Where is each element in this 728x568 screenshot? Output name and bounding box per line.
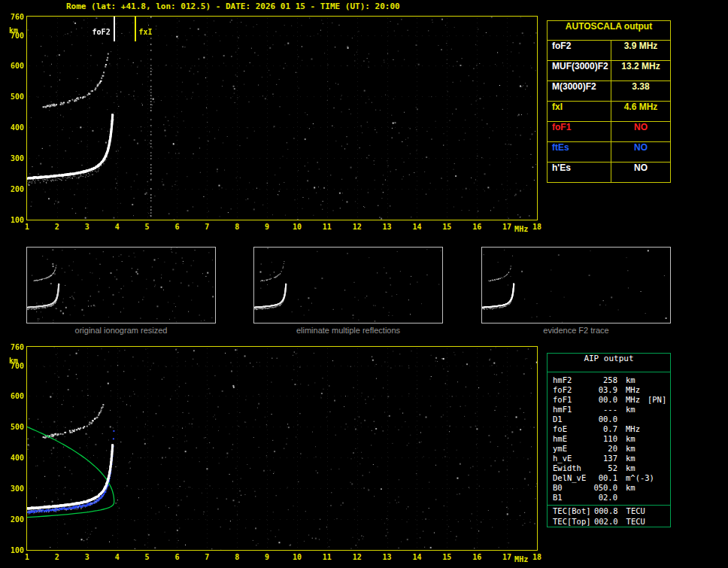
x-axis-tick-bottom: 3 <box>79 553 96 561</box>
aip-row-value: 00.0 <box>590 395 617 405</box>
aip-row-B0: B0050.0km <box>548 483 670 493</box>
aip-row-value: 52 <box>590 463 617 473</box>
aip-row-Ewidth: Ewidth52km <box>548 463 670 473</box>
x-axis-tick-top: 12 <box>349 223 366 231</box>
x-axis-tick-bottom: 14 <box>408 553 425 561</box>
aip-row-TEC[Top]: TEC[Top]002.0TECU <box>548 517 670 527</box>
caption-original-ionogram: original ionogram resized <box>26 326 216 335</box>
y-axis-unit-bottom: km <box>9 357 18 365</box>
aip-row-hmF2: hmF2258km <box>548 375 670 385</box>
autoscala-row-label: h'Es <box>548 163 611 182</box>
aip-row-foF1: foF100.0MHz[PN] <box>548 395 670 405</box>
aip-row-name: TEC[Top] <box>553 517 591 527</box>
aip-row-unit: km <box>626 463 635 473</box>
ionogram-top-plot: foF2fxI <box>26 16 538 220</box>
autoscala-output-table: AUTOSCALA output foF23.9 MHzMUF(3000)F21… <box>547 20 671 183</box>
autoscala-row-foF2: foF23.9 MHz <box>548 40 670 60</box>
y-axis-tick-top: 600 <box>5 62 24 70</box>
fxI-marker-label: fxI <box>138 28 153 36</box>
aip-table-rows: hmF2258kmfoF203.9MHzfoF100.0MHz[PN]hmF1-… <box>548 375 670 527</box>
y-axis-tick-top: 760 <box>5 13 24 21</box>
aip-row-name: DelN_vE <box>553 473 590 483</box>
panel-original-canvas <box>27 248 215 323</box>
autoscala-window: Rome (lat: +41.8, lon: 012.5) - DATE: 20… <box>0 0 728 568</box>
x-axis-tick-top: 4 <box>109 223 126 231</box>
x-axis-tick-top: 14 <box>408 223 425 231</box>
autoscala-row-value: 4.6 MHz <box>611 102 670 121</box>
x-axis-tick-top: 18 <box>529 223 545 231</box>
y-axis-tick-top: 400 <box>5 123 24 132</box>
caption-evidence-f2: evidence F2 trace <box>481 326 671 335</box>
panel-eliminate-reflections <box>253 247 443 323</box>
aip-output-table: AIP output hmF2258kmfoF203.9MHzfoF100.0M… <box>547 353 671 527</box>
aip-row-unit: MHz <box>626 424 640 434</box>
aip-row-name: h_vE <box>553 454 590 463</box>
x-axis-unit-bottom: MHz <box>514 555 528 563</box>
aip-row-foF2: foF203.9MHz <box>548 385 670 395</box>
aip-row-D1: D100.0 <box>548 415 670 424</box>
y-axis-tick-bottom: 500 <box>5 423 24 431</box>
aip-row-value: 258 <box>590 375 617 385</box>
y-axis-tick-bottom: 200 <box>5 515 24 524</box>
x-axis-tick-top: 13 <box>379 223 396 231</box>
autoscala-row-value: NO <box>611 142 670 162</box>
aip-row-unit: MHz <box>626 385 640 395</box>
x-axis-tick-bottom: 10 <box>289 553 305 561</box>
autoscala-row-label: ftEs <box>548 142 611 162</box>
aip-row-unit: km <box>626 375 635 385</box>
autoscala-row-value: 13.2 MHz <box>611 61 670 80</box>
x-axis-tick-top: 9 <box>259 223 275 231</box>
autoscala-row-value: NO <box>611 122 670 141</box>
ionogram-bottom-plot <box>26 346 538 551</box>
y-axis-tick-top: 300 <box>5 154 24 163</box>
autoscala-row-label: foF1 <box>548 122 611 141</box>
aip-row-value: 00.1 <box>590 473 617 483</box>
x-axis-tick-bottom: 12 <box>349 553 366 561</box>
x-axis-tick-bottom: 18 <box>529 553 545 561</box>
aip-row-name: hmF2 <box>553 375 590 385</box>
x-axis-tick-bottom: 8 <box>229 553 245 561</box>
autoscala-row-label: foF2 <box>548 41 611 60</box>
x-axis-tick-top: 10 <box>289 223 305 231</box>
aip-row-DelN_vE: DelN_vE00.1m^(-3) <box>548 473 670 483</box>
aip-row-B1: B102.0 <box>548 493 670 503</box>
aip-row-unit: km <box>626 434 635 444</box>
ionogram-top-canvas <box>27 17 537 220</box>
aip-row-name: foE <box>553 424 590 434</box>
x-axis-tick-bottom: 11 <box>319 553 335 561</box>
aip-row-value: 0.7 <box>590 424 617 434</box>
x-axis-tick-bottom: 5 <box>139 553 156 561</box>
x-axis-unit-top: MHz <box>514 225 528 233</box>
aip-row-unit: m^(-3) <box>626 473 654 483</box>
caption-eliminate-reflections: eliminate multiple reflections <box>253 326 443 335</box>
autoscala-row-foF1: foF1NO <box>548 121 670 141</box>
autoscala-row-label: fxI <box>548 102 611 121</box>
aip-row-unit: MHz <box>626 395 640 405</box>
autoscala-row-label: M(3000)F2 <box>548 81 611 101</box>
autoscala-row-ftEs: ftEsNO <box>548 141 670 162</box>
aip-row-name: D1 <box>553 415 590 424</box>
aip-row-value: 050.0 <box>590 483 617 493</box>
x-axis-tick-bottom: 13 <box>379 553 396 561</box>
aip-row-hmE: hmE110km <box>548 434 670 444</box>
y-axis-tick-bottom: 300 <box>5 484 24 493</box>
aip-row-name: B0 <box>553 483 590 493</box>
aip-row-value: 00.0 <box>590 415 617 424</box>
aip-row-value: 137 <box>590 454 617 463</box>
x-axis-tick-bottom: 2 <box>49 553 65 561</box>
aip-row-name: foF2 <box>553 385 590 395</box>
aip-row-h_vE: h_vE137km <box>548 454 670 463</box>
autoscala-table-rows: foF23.9 MHzMUF(3000)F213.2 MHzM(3000)F23… <box>548 40 670 182</box>
x-axis-tick-bottom: 4 <box>109 553 126 561</box>
aip-row-value: --- <box>590 405 617 415</box>
aip-row-value: 02.0 <box>590 493 617 503</box>
aip-row-unit: TECU <box>626 506 645 517</box>
x-axis-tick-top: 8 <box>229 223 245 231</box>
autoscala-row-h'Es: h'EsNO <box>548 162 670 182</box>
x-axis-tick-bottom: 15 <box>438 553 455 561</box>
aip-row-name: Ewidth <box>553 463 590 473</box>
x-axis-tick-bottom: 7 <box>199 553 215 561</box>
aip-row-ymE: ymE20km <box>548 444 670 454</box>
x-axis-tick-top: 15 <box>438 223 455 231</box>
aip-row-unit: km <box>626 483 635 493</box>
